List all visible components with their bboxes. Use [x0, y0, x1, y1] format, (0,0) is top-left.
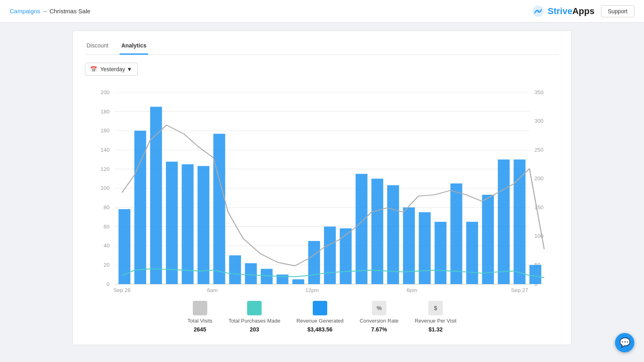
svg-text:300: 300 — [535, 118, 544, 124]
date-filter-label: Yesterday ▼ — [100, 66, 132, 72]
svg-text:250: 250 — [535, 147, 544, 153]
revenue-per-visit-swatch: $ — [428, 301, 443, 315]
svg-text:40: 40 — [103, 243, 109, 249]
revenue-generated-swatch — [313, 301, 327, 315]
logo: StriveApps — [532, 5, 594, 18]
total-purchases-value: 203 — [250, 326, 259, 333]
svg-rect-46 — [261, 269, 272, 284]
revenue-generated-label: Revenue Generated — [296, 318, 343, 324]
revenue-generated-value: $3,483.56 — [308, 326, 332, 333]
revenue-per-visit-value: $1.32 — [429, 326, 443, 333]
breadcrumb: Campaigns → Christmas Sale — [10, 8, 91, 14]
tab-discount[interactable]: Discount — [85, 39, 110, 55]
svg-rect-40 — [166, 162, 178, 284]
svg-rect-63 — [529, 265, 541, 284]
svg-rect-50 — [324, 226, 336, 284]
svg-text:60: 60 — [103, 224, 109, 229]
svg-text:20: 20 — [103, 262, 109, 268]
tab-bar: Discount Analytics — [85, 39, 559, 55]
header: Campaigns → Christmas Sale StriveApps Su… — [0, 0, 644, 23]
conversion-rate-label: Conversion Rate — [359, 318, 398, 324]
breadcrumb-current-page: Christmas Sale — [50, 8, 91, 14]
svg-rect-59 — [466, 222, 478, 284]
svg-text:350: 350 — [535, 90, 544, 95]
revenue-per-visit-label: Revenue Per Visit — [415, 318, 456, 324]
tab-analytics[interactable]: Analytics — [120, 39, 148, 55]
legend-total-purchases: Total Purchases Made 203 — [229, 301, 281, 333]
svg-text:12pm: 12pm — [305, 288, 319, 293]
svg-rect-42 — [198, 166, 209, 284]
svg-rect-52 — [355, 174, 367, 284]
logo-text: StriveApps — [548, 6, 594, 16]
svg-text:0: 0 — [107, 281, 110, 287]
chat-icon: 💬 — [619, 337, 630, 348]
support-button[interactable]: Support — [601, 5, 634, 17]
svg-point-1 — [537, 10, 540, 13]
breadcrumb-arrow: → — [42, 8, 48, 14]
total-visits-value: 2645 — [194, 326, 206, 333]
legend-total-visits: Total Visits 2645 — [188, 301, 213, 333]
legend-conversion-rate: % Conversion Rate 7.67% — [359, 301, 398, 333]
conversion-rate-swatch: % — [372, 301, 386, 315]
svg-rect-41 — [182, 164, 194, 284]
svg-text:6am: 6am — [207, 288, 217, 293]
chart-legend: Total Visits 2645 Total Purchases Made 2… — [85, 301, 559, 333]
total-visits-swatch — [193, 301, 207, 315]
striveapps-logo-icon — [532, 5, 545, 18]
analytics-chart: 200 180 160 140 120 100 80 60 40 20 0 35… — [85, 84, 559, 293]
svg-text:120: 120 — [101, 166, 110, 172]
svg-text:Sep 27: Sep 27 — [511, 288, 528, 293]
total-purchases-label: Total Purchases Made — [229, 318, 281, 324]
breadcrumb-campaigns-link[interactable]: Campaigns — [10, 8, 40, 14]
svg-rect-51 — [340, 228, 351, 284]
svg-text:160: 160 — [101, 128, 110, 134]
main-content: Discount Analytics 📅 Yesterday ▼ — [0, 23, 644, 353]
chat-widget-button[interactable]: 💬 — [615, 333, 634, 352]
svg-rect-56 — [419, 212, 431, 284]
total-purchases-swatch — [247, 301, 262, 315]
legend-revenue-per-visit: $ Revenue Per Visit $1.32 — [415, 301, 456, 333]
svg-rect-49 — [308, 241, 320, 284]
svg-rect-55 — [403, 208, 415, 284]
legend-revenue-generated: Revenue Generated $3,483.56 — [296, 301, 343, 333]
svg-rect-53 — [372, 179, 383, 284]
svg-text:100: 100 — [101, 185, 110, 191]
svg-rect-48 — [292, 279, 304, 284]
conversion-rate-value: 7.67% — [371, 326, 387, 333]
svg-rect-57 — [435, 222, 446, 284]
header-right: StriveApps Support — [532, 5, 634, 18]
svg-rect-45 — [245, 263, 257, 284]
calendar-icon: 📅 — [90, 66, 97, 72]
svg-text:Sep 26: Sep 26 — [114, 288, 131, 293]
svg-rect-44 — [229, 255, 241, 284]
svg-text:180: 180 — [101, 109, 110, 114]
svg-text:200: 200 — [535, 176, 544, 181]
svg-text:6pm: 6pm — [407, 288, 417, 293]
svg-text:200: 200 — [101, 90, 110, 95]
svg-rect-43 — [213, 134, 225, 284]
svg-rect-60 — [482, 195, 494, 284]
svg-rect-61 — [498, 160, 510, 284]
svg-text:80: 80 — [103, 205, 109, 210]
analytics-card: Discount Analytics 📅 Yesterday ▼ — [72, 31, 572, 345]
svg-rect-54 — [387, 185, 399, 284]
chart-area: 200 180 160 140 120 100 80 60 40 20 0 35… — [85, 84, 559, 293]
svg-rect-58 — [450, 183, 462, 284]
svg-text:140: 140 — [101, 147, 110, 153]
date-filter-button[interactable]: 📅 Yesterday ▼ — [85, 63, 138, 76]
total-visits-label: Total Visits — [188, 318, 213, 324]
svg-rect-39 — [150, 107, 162, 284]
